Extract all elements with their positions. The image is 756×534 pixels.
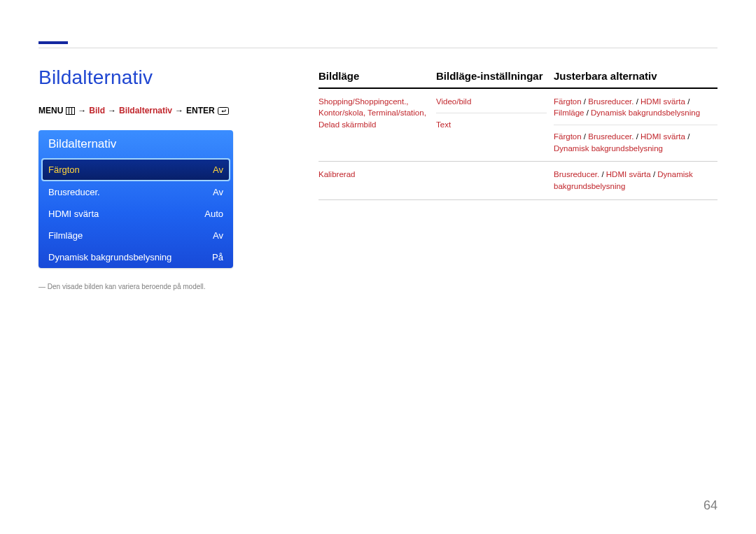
separator: / — [685, 97, 690, 106]
separator: / — [651, 170, 658, 178]
option-name: Dynamisk bakgrundsbelysning — [591, 108, 700, 117]
page-title: Bildalternativ — [38, 66, 153, 89]
table-subcell: Video/bild — [436, 96, 547, 108]
arrow-icon: → — [108, 106, 116, 115]
osd-row[interactable]: Dynamisk bakgrundsbelysningPå — [38, 246, 233, 268]
table-header-bildlage: Bildläge — [318, 70, 436, 86]
enter-icon — [218, 106, 229, 115]
arrow-icon: → — [175, 106, 183, 115]
table-row: Shopping/Shoppingcent., Kontor/skola, Te… — [318, 89, 718, 162]
option-name: Dynamisk bakgrundsbelysning — [554, 144, 663, 153]
osd-row-label: Färgton — [48, 164, 80, 175]
option-name: Filmläge — [554, 108, 584, 117]
osd-title: Bildalternativ — [38, 130, 233, 158]
top-rule — [38, 48, 718, 48]
osd-row-label: Filmläge — [48, 230, 83, 241]
osd-row-label: Dynamisk bakgrundsbelysning — [48, 252, 172, 262]
separator: / — [634, 97, 640, 106]
table-header-installningar: Bildläge-inställningar — [436, 70, 554, 86]
osd-row[interactable]: FilmlägeAv — [38, 225, 233, 246]
osd-panel: Bildalternativ FärgtonAvBrusreducer.AvHD… — [38, 130, 233, 268]
option-name: HDMI svärta — [606, 170, 651, 178]
table-subcell: Färgton / Brusreducer. / HDMI svärta / D… — [554, 131, 718, 154]
option-name: Brusreducer. — [554, 170, 599, 178]
option-name: Brusreducer. — [588, 97, 634, 106]
separator: / — [582, 97, 589, 106]
osd-row[interactable]: HDMI svärtaAuto — [38, 203, 233, 225]
osd-row-value: Av — [213, 187, 223, 197]
table-cell-alternativ: Färgton / Brusreducer. / HDMI svärta / F… — [554, 96, 718, 155]
table-subcell: Färgton / Brusreducer. / HDMI svärta / F… — [554, 96, 718, 119]
option-name: Brusreducer. — [588, 132, 634, 141]
breadcrumb-enter: ENTER — [186, 106, 215, 115]
svg-rect-0 — [66, 108, 75, 115]
footnote: ― Den visade bilden kan variera beroende… — [38, 283, 205, 290]
table-cell-installningar — [436, 169, 554, 192]
table-header-alternativ: Justerbara alternativ — [554, 70, 718, 86]
osd-row[interactable]: Brusreducer.Av — [38, 181, 233, 203]
table-cell-installningar: Video/bildText — [436, 96, 554, 155]
accent-bar — [38, 41, 68, 44]
option-name: HDMI svärta — [640, 97, 685, 106]
option-name: Färgton — [554, 132, 582, 141]
table-subcell: Brusreducer. / HDMI svärta / Dynamisk ba… — [554, 169, 718, 192]
osd-row-value: Av — [213, 230, 223, 241]
osd-row-label: Brusreducer. — [48, 187, 100, 197]
osd-row-value: Auto — [204, 209, 223, 219]
breadcrumb-bildalternativ: Bildalternativ — [119, 106, 172, 115]
option-name: Färgton — [554, 97, 582, 106]
separator: / — [685, 132, 690, 141]
separator: / — [599, 170, 606, 178]
breadcrumb-menu: MENU — [38, 106, 63, 115]
option-name: HDMI svärta — [640, 132, 685, 141]
table-cell-alternativ: Brusreducer. / HDMI svärta / Dynamisk ba… — [554, 169, 718, 192]
table-cell-bildlage: Kalibrerad — [318, 169, 436, 192]
osd-row-label: HDMI svärta — [48, 209, 99, 219]
separator: / — [634, 132, 640, 141]
osd-row[interactable]: FärgtonAv — [43, 160, 229, 180]
breadcrumb: MENU → Bild → Bildalternativ → ENTER — [38, 106, 229, 115]
osd-row-value: Av — [213, 164, 223, 175]
settings-table: Bildläge Bildläge-inställningar Justerba… — [318, 70, 718, 200]
osd-row-value: På — [212, 252, 223, 262]
separator: / — [582, 132, 589, 141]
menu-icon — [66, 106, 75, 115]
table-subcell: Text — [436, 119, 547, 131]
arrow-icon: → — [78, 106, 86, 115]
page-number: 64 — [704, 498, 718, 513]
table-cell-bildlage: Shopping/Shoppingcent., Kontor/skola, Te… — [318, 96, 436, 155]
table-row: KalibreradBrusreducer. / HDMI svärta / D… — [318, 162, 718, 199]
table-header-row: Bildläge Bildläge-inställningar Justerba… — [318, 70, 718, 86]
separator: / — [584, 108, 591, 117]
breadcrumb-bild: Bild — [89, 106, 105, 115]
